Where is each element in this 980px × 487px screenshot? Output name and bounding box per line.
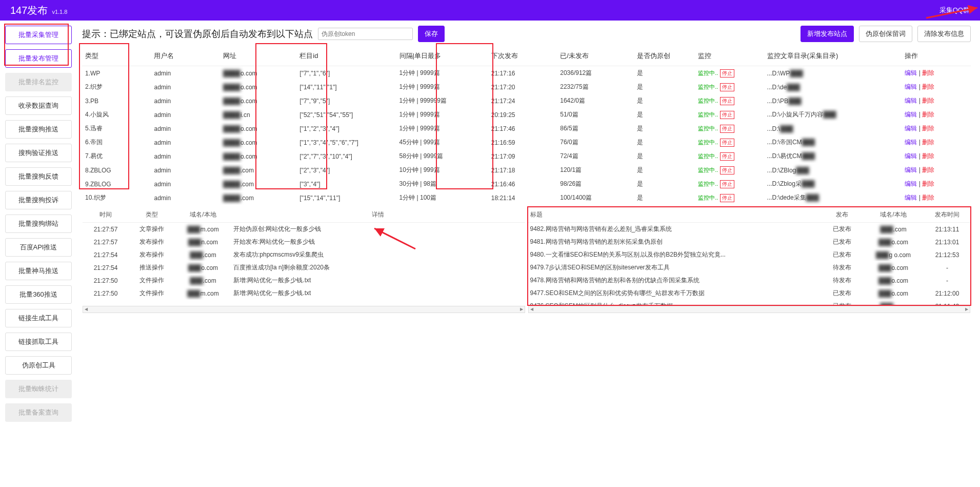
cell-user: admin	[151, 163, 219, 177]
cell-dir: ...D:\dede采集███	[764, 191, 902, 205]
edit-link[interactable]: 编辑	[905, 166, 917, 173]
cell-url[interactable]: ████.com	[220, 177, 296, 191]
sidebar-item-3[interactable]: 收录数据查询	[5, 96, 72, 115]
cell-url[interactable]: ████.com	[220, 163, 296, 177]
delete-link[interactable]: 删除	[922, 111, 934, 118]
log-row: 21:27:57文章操作███m.com开始伪原创:网站优化一般多少钱	[83, 223, 525, 236]
token-input[interactable]	[318, 28, 413, 40]
scrollbar-left[interactable]	[83, 306, 525, 313]
col-header: 监控	[695, 46, 764, 66]
cell-pub: 51/0篇	[557, 108, 633, 122]
cell-dir: ...D:\Zblog采███	[764, 177, 902, 191]
cell-next: 18:21:14	[488, 191, 557, 205]
edit-link[interactable]: 编辑	[905, 69, 917, 76]
sidebar-item-4[interactable]: 批量搜狗推送	[5, 120, 72, 139]
delete-link[interactable]: 删除	[922, 139, 934, 146]
cell-monitor: 监控中.. 停止	[695, 66, 764, 81]
cell-col: ["14","11","1"]	[296, 80, 396, 94]
sidebar-item-0[interactable]: 批量采集管理	[5, 26, 72, 44]
sidebar-item-13[interactable]: 链接抓取工具	[5, 333, 72, 351]
edit-link[interactable]: 编辑	[905, 83, 917, 90]
stop-button[interactable]: 停止	[720, 139, 734, 147]
edit-link[interactable]: 编辑	[905, 152, 917, 160]
cell-int: 1分钟 | 9999篇	[396, 80, 488, 94]
qq-link[interactable]: 采集QQ群	[939, 6, 970, 14]
cell-url[interactable]: ████o.com	[220, 66, 296, 81]
cell-pseudo: 是	[634, 163, 695, 177]
cell-user: admin	[151, 66, 219, 81]
edit-link[interactable]: 编辑	[905, 125, 917, 132]
clear-info-button[interactable]: 清除发布信息	[917, 26, 971, 42]
cell-url[interactable]: ████o.com	[220, 94, 296, 108]
cell-url[interactable]: ████o.com	[220, 149, 296, 163]
delete-link[interactable]: 删除	[922, 69, 934, 76]
cell-user: admin	[151, 94, 219, 108]
cell-user: admin	[151, 191, 219, 205]
cell-op: 编辑 | 删除	[902, 94, 971, 108]
sidebar-item-6[interactable]: 批量搜狗反馈	[5, 167, 72, 186]
edit-link[interactable]: 编辑	[905, 194, 917, 201]
stop-button[interactable]: 停止	[720, 125, 734, 133]
log-right: 标题发布域名/本地发布时间 9482.网络营销与网络营销有差么差别_迅睿采集系统…	[528, 207, 971, 314]
sidebar-item-8[interactable]: 批量搜狗绑站	[5, 215, 72, 233]
sidebar: 批量采集管理批量发布管理批量排名监控收录数据查询批量搜狗推送搜狗验证推送批量搜狗…	[0, 21, 77, 432]
edit-link[interactable]: 编辑	[905, 139, 917, 146]
keep-word-button[interactable]: 伪原创保留词	[859, 26, 912, 42]
delete-link[interactable]: 删除	[922, 194, 934, 201]
cell-url[interactable]: ████o.com	[220, 80, 296, 94]
edit-link[interactable]: 编辑	[905, 180, 917, 187]
sidebar-item-9[interactable]: 百度API推送	[5, 238, 72, 257]
delete-link[interactable]: 删除	[922, 83, 934, 90]
cell-dir: ...D:\ZBlog███	[764, 163, 902, 177]
stop-button[interactable]: 停止	[720, 194, 734, 202]
delete-link[interactable]: 删除	[922, 152, 934, 160]
stop-button[interactable]: 停止	[720, 180, 734, 188]
delete-link[interactable]: 删除	[922, 97, 934, 104]
delete-link[interactable]: 删除	[922, 166, 934, 173]
sidebar-item-10[interactable]: 批量神马推送	[5, 262, 72, 280]
edit-link[interactable]: 编辑	[905, 111, 917, 118]
stop-button[interactable]: 停止	[720, 111, 734, 119]
cell-monitor: 监控中.. 停止	[695, 163, 764, 177]
cell-url[interactable]: ████i.cn	[220, 108, 296, 122]
sidebar-item-1[interactable]: 批量发布管理	[5, 49, 72, 68]
cell-next: 20:19:25	[488, 108, 557, 122]
cell-user: admin	[151, 149, 219, 163]
cell-op: 编辑 | 删除	[902, 149, 971, 163]
cell-url[interactable]: ████o.com	[220, 135, 296, 149]
log-row: 21:27:50文件操作███m.com新增:网站优化一般多少钱.txt	[83, 287, 525, 300]
sidebar-item-5[interactable]: 搜狗验证推送	[5, 144, 72, 162]
cell-url[interactable]: ████.com	[220, 191, 296, 205]
col-header: 操作	[902, 46, 971, 66]
col-header: 栏目id	[296, 46, 396, 66]
table-row: 8.ZBLOGadmin████.com["2","3","4"]10分钟 | …	[82, 163, 971, 177]
save-button[interactable]: 保存	[418, 26, 445, 42]
cell-pseudo: 是	[634, 177, 695, 191]
cell-op: 编辑 | 删除	[902, 135, 971, 149]
cell-op: 编辑 | 删除	[902, 66, 971, 81]
delete-link[interactable]: 删除	[922, 125, 934, 132]
sidebar-item-14[interactable]: 伪原创工具	[5, 356, 72, 375]
stop-button[interactable]: 停止	[720, 152, 734, 161]
stop-button[interactable]: 停止	[720, 83, 734, 91]
stop-button[interactable]: 停止	[720, 69, 734, 77]
cell-monitor: 监控中.. 停止	[695, 122, 764, 135]
cell-col: ["2","3","4"]	[296, 163, 396, 177]
sidebar-item-12[interactable]: 链接生成工具	[5, 309, 72, 327]
sidebar-item-2: 批量排名监控	[5, 73, 72, 91]
cell-pseudo: 是	[634, 135, 695, 149]
sidebar-item-11[interactable]: 批量360推送	[5, 285, 72, 304]
log-row: 21:27:54发布操作███.com发布成功:phpcmscmsv9采集爬虫	[83, 248, 525, 261]
stop-button[interactable]: 停止	[720, 166, 734, 174]
edit-link[interactable]: 编辑	[905, 97, 917, 104]
sidebar-item-7[interactable]: 批量搜狗投诉	[5, 191, 72, 209]
add-site-button[interactable]: 新增发布站点	[801, 26, 854, 42]
main: 提示：已绑定站点，可设置伪原创后自动发布到以下站点 保存 新增发布站点 伪原创保…	[77, 21, 980, 432]
stop-button[interactable]: 停止	[720, 97, 734, 105]
cell-pseudo: 是	[634, 80, 695, 94]
cell-url[interactable]: ████o.com	[220, 122, 296, 135]
cell-op: 编辑 | 删除	[902, 177, 971, 191]
cell-int: 1分钟 | 9999篇	[396, 108, 488, 122]
scrollbar-right[interactable]	[528, 306, 971, 313]
delete-link[interactable]: 删除	[922, 180, 934, 187]
